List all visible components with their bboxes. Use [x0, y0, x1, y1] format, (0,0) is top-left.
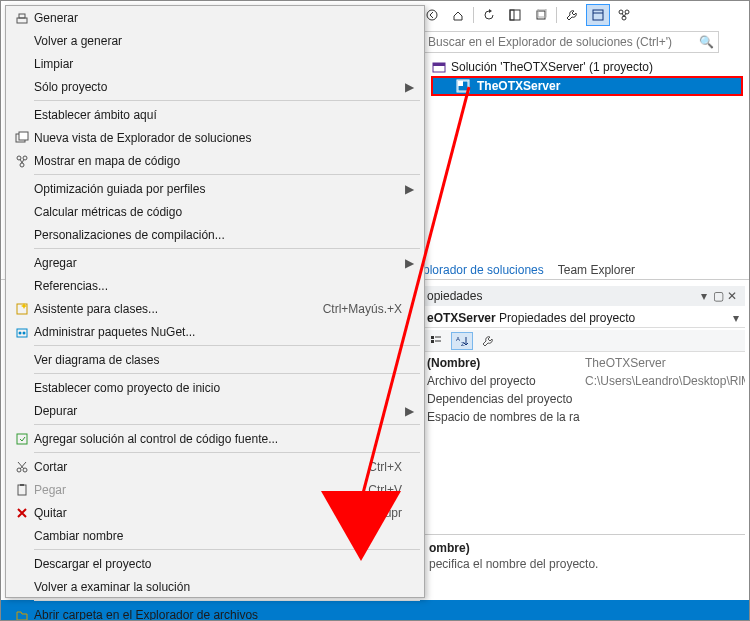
menu-item-label: Agregar: [34, 256, 402, 270]
solution-search-input[interactable]: 🔍: [421, 31, 719, 53]
menu-item-generar[interactable]: Generar: [6, 6, 424, 29]
properties-grid[interactable]: (Nombre)TheOTXServerArchivo del proyecto…: [421, 354, 745, 426]
menu-item-label: Establecer como proyecto de inicio: [34, 381, 402, 395]
nuget-icon: [10, 325, 34, 339]
newview-icon: [10, 131, 34, 145]
refresh-icon[interactable]: [478, 5, 500, 25]
menu-item-label: Cortar: [34, 460, 368, 474]
properties-description-text: pecifica el nombre del proyecto.: [429, 557, 737, 571]
menu-item-establecer-mbito-aqu[interactable]: Establecer ámbito aquí: [6, 103, 424, 126]
svg-rect-22: [19, 14, 25, 18]
class-view-icon[interactable]: [613, 5, 635, 25]
menu-item-administrar-paquetes-nuget[interactable]: Administrar paquetes NuGet...: [6, 320, 424, 343]
menu-item-label: Volver a generar: [34, 34, 402, 48]
svg-rect-21: [17, 18, 27, 23]
property-row[interactable]: (Nombre)TheOTXServer: [421, 354, 745, 372]
svg-rect-15: [431, 336, 434, 339]
home-icon[interactable]: [447, 5, 469, 25]
menu-item-agregar-soluci-n-al-control-de-c-digo-fuente[interactable]: Agregar solución al control de código fu…: [6, 427, 424, 450]
categorized-icon[interactable]: [425, 332, 447, 350]
build-icon: [10, 11, 34, 25]
solution-explorer-toolbar: [421, 4, 635, 26]
svg-text:A: A: [456, 336, 460, 342]
tab-solution-explorer[interactable]: plorador de soluciones: [421, 261, 546, 279]
pin-icon[interactable]: ▾: [697, 289, 711, 303]
folder-icon: [10, 608, 34, 622]
showall-icon[interactable]: [530, 5, 552, 25]
svg-rect-16: [431, 340, 434, 343]
tab-team-explorer[interactable]: Team Explorer: [556, 261, 637, 279]
svg-rect-5: [593, 10, 603, 20]
property-name: Espacio de nombres de la ra: [421, 410, 581, 424]
solution-icon: [431, 59, 447, 75]
menu-item-cambiar-nombre[interactable]: Cambiar nombre: [6, 524, 424, 547]
menu-item-quitar[interactable]: QuitarSupr: [6, 501, 424, 524]
property-name: Dependencias del proyecto: [421, 392, 581, 406]
property-row[interactable]: Dependencias del proyecto: [421, 390, 745, 408]
menu-item-asistente-para-clases[interactable]: Asistente para clases...Ctrl+Mayús.+X: [6, 297, 424, 320]
menu-item-ver-diagrama-de-clases[interactable]: Ver diagrama de clases: [6, 348, 424, 371]
menu-item-calcular-m-tricas-de-c-digo[interactable]: Calcular métricas de código: [6, 200, 424, 223]
menu-item-optimizaci-n-guiada-por-perfiles[interactable]: Optimización guiada por perfiles▶: [6, 177, 424, 200]
menu-item-establecer-como-proyecto-de-inicio[interactable]: Establecer como proyecto de inicio: [6, 376, 424, 399]
properties-panel-header: opiedades ▾ ▢ ✕: [421, 286, 745, 306]
menu-item-label: Descargar el proyecto: [34, 557, 402, 571]
solution-node[interactable]: Solución 'TheOTXServer' (1 proyecto): [431, 59, 653, 75]
menu-item-depurar[interactable]: Depurar▶: [6, 399, 424, 422]
svg-point-30: [19, 331, 22, 334]
search-icon[interactable]: 🔍: [698, 34, 714, 50]
submenu-arrow-icon: ▶: [402, 256, 414, 270]
menu-item-volver-a-examinar-la-soluci-n[interactable]: Volver a examinar la solución: [6, 575, 424, 598]
svg-rect-32: [17, 434, 27, 444]
menu-item-agregar[interactable]: Agregar▶: [6, 251, 424, 274]
paste-icon: [10, 483, 34, 497]
menu-item-cortar[interactable]: CortarCtrl+X: [6, 455, 424, 478]
svg-rect-35: [18, 485, 26, 495]
properties-window-icon[interactable]: [587, 5, 609, 25]
property-row[interactable]: Espacio de nombres de la ra: [421, 408, 745, 426]
svg-point-0: [427, 10, 437, 20]
menu-item-label: Sólo proyecto: [34, 80, 402, 94]
svg-point-31: [23, 331, 26, 334]
menu-item-descargar-el-proyecto[interactable]: Descargar el proyecto: [6, 552, 424, 575]
menu-item-abrir-carpeta-en-el-explorador-de-archivos[interactable]: Abrir carpeta en el Explorador de archiv…: [6, 603, 424, 621]
project-node-selected[interactable]: TheOTXServer: [431, 76, 743, 96]
submenu-arrow-icon: ▶: [402, 80, 414, 94]
properties-description: ombre) pecifica el nombre del proyecto.: [421, 534, 745, 594]
menu-item-label: Asistente para clases...: [34, 302, 323, 316]
properties-object-combo[interactable]: eOTXServer Propiedades del proyecto ▾: [421, 308, 745, 328]
collapse-icon[interactable]: [504, 5, 526, 25]
menu-item-referencias[interactable]: Referencias...: [6, 274, 424, 297]
menu-item-personalizaciones-de-compilaci-n[interactable]: Personalizaciones de compilación...: [6, 223, 424, 246]
property-pages-icon[interactable]: [477, 332, 499, 350]
menu-item-shortcut: Ctrl+Mayús.+X: [323, 302, 402, 316]
wrench-icon[interactable]: [561, 5, 583, 25]
solution-search-field[interactable]: [426, 34, 698, 50]
alphabetical-icon[interactable]: AZ: [451, 332, 473, 350]
solution-label: Solución 'TheOTXServer' (1 proyecto): [451, 60, 653, 74]
svg-rect-11: [433, 63, 445, 66]
menu-item-label: Volver a examinar la solución: [34, 580, 402, 594]
project-label: TheOTXServer: [477, 79, 560, 93]
menu-item-shortcut: Supr: [377, 506, 402, 520]
property-row[interactable]: Archivo del proyectoC:\Users\Leandro\Des…: [421, 372, 745, 390]
menu-item-label: Nueva vista de Explorador de soluciones: [34, 131, 402, 145]
submenu-arrow-icon: ▶: [402, 404, 414, 418]
classwiz-icon: [10, 302, 34, 316]
menu-item-mostrar-en-mapa-de-c-digo[interactable]: Mostrar en mapa de código: [6, 149, 424, 172]
map-icon: [10, 154, 34, 168]
menu-item-label: Administrar paquetes NuGet...: [34, 325, 402, 339]
menu-item-label: Mostrar en mapa de código: [34, 154, 402, 168]
property-name: Archivo del proyecto: [421, 374, 581, 388]
pin-icon[interactable]: ▢: [711, 289, 725, 303]
menu-item-volver-a-generar[interactable]: Volver a generar: [6, 29, 424, 52]
close-icon[interactable]: ✕: [725, 289, 739, 303]
menu-item-s-lo-proyecto[interactable]: Sólo proyecto▶: [6, 75, 424, 98]
menu-item-label: Depurar: [34, 404, 402, 418]
menu-item-label: Referencias...: [34, 279, 402, 293]
menu-item-nueva-vista-de-explorador-de-soluciones[interactable]: Nueva vista de Explorador de soluciones: [6, 126, 424, 149]
menu-item-label: Quitar: [34, 506, 377, 520]
delete-icon: [10, 506, 34, 520]
properties-description-title: ombre): [429, 541, 737, 555]
menu-item-limpiar[interactable]: Limpiar: [6, 52, 424, 75]
